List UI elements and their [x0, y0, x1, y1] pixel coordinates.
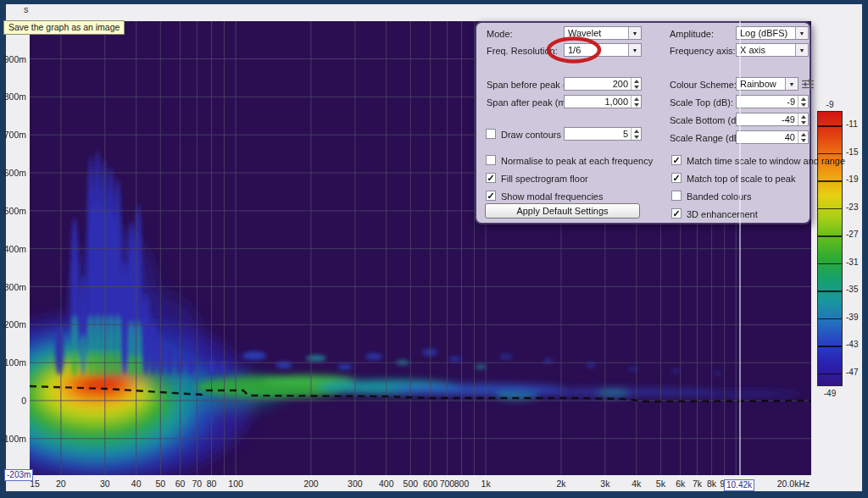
spinner-arrows[interactable]	[631, 96, 641, 108]
y-tick-label: 0	[0, 396, 26, 406]
legend-tick-line	[818, 153, 842, 155]
checkbox[interactable]: ✓	[486, 173, 496, 183]
y-tick-label: 600m	[0, 168, 26, 178]
chevron-down-icon[interactable]: ▼	[795, 27, 808, 39]
checkbox-label: Banded colours	[687, 191, 751, 202]
amplitude-dropdown[interactable]: Log (dBFS)▼	[736, 26, 809, 40]
x-tick-label: 60	[175, 479, 186, 489]
spinner-arrows[interactable]	[631, 128, 641, 140]
x-tick-label: 7k	[693, 479, 702, 489]
freq-resolution-label: Freq. Resolution:	[487, 46, 558, 56]
draw-contours-field[interactable]: 5	[564, 127, 642, 141]
y-tick-label: 100m	[0, 357, 26, 368]
freq-resolution-dropdown[interactable]: 1/6▼	[564, 43, 642, 57]
x-tick-label: 600	[423, 479, 438, 489]
y-tick-label: 500m	[0, 206, 26, 216]
frequency-axis-dropdown[interactable]: X axis▼	[736, 43, 809, 57]
colour-scheme-dropdown[interactable]: Rainbow▼	[736, 77, 798, 91]
scale-bottom-field[interactable]: -49	[736, 113, 809, 126]
x-tick-label: 5k	[656, 479, 665, 489]
time-cursor-readout: -203m	[4, 469, 33, 481]
x-tick-label: 2k	[556, 479, 565, 489]
checkbox-label: 3D enhancement	[687, 209, 758, 219]
legend-tick-label: -11	[846, 119, 858, 129]
x-tick-label: 700	[440, 479, 455, 489]
checkbox[interactable]: ✓	[486, 191, 496, 201]
checkbox[interactable]: ✓	[671, 155, 682, 165]
checkbox-label: Normalise to peak at each frequency	[501, 156, 653, 166]
scale-range-label: Scale Range (dB):	[670, 133, 746, 143]
y-tick-label: 200m	[0, 319, 26, 329]
chevron-down-icon[interactable]: ▼	[628, 44, 641, 56]
checkbox-label: Fill spectrogram floor	[501, 174, 588, 184]
draw-contours-checkbox[interactable]	[486, 129, 496, 139]
legend-tick-line	[818, 346, 842, 347]
legend-tick-label: -19	[846, 174, 858, 184]
checkbox-label: Show modal frequencies	[501, 191, 603, 202]
span-after-field[interactable]: 1,000	[564, 95, 642, 108]
y-axis-unit-label: s	[24, 4, 29, 14]
checkbox-label: Match top of scale to peak	[687, 174, 795, 184]
colour-scheme-label: Colour Scheme:	[670, 80, 737, 90]
legend-tick-label: -35	[846, 285, 858, 294]
chevron-down-icon[interactable]: ▼	[795, 44, 808, 56]
tooltip: Save the graph as an image	[3, 20, 125, 35]
spinner-arrows[interactable]	[631, 78, 641, 90]
x-tick-label: 400	[379, 479, 394, 489]
y-tick-label: 700m	[0, 130, 26, 140]
legend-tick-label: -23	[846, 202, 858, 212]
x-tick-label: 80	[207, 479, 217, 489]
y-tick-label: -100m	[0, 434, 26, 444]
y-tick-label: 800m	[0, 91, 26, 102]
draw-contours-label: Draw contours	[501, 130, 561, 140]
x-tick-label: 50	[155, 479, 165, 489]
spinner-arrows[interactable]	[798, 113, 808, 125]
legend-gradient-bar	[817, 111, 843, 386]
x-tick-label: 100	[228, 479, 243, 489]
checkbox[interactable]: ✓	[671, 208, 682, 219]
span-before-field[interactable]: 200	[564, 77, 642, 91]
frequency-cursor-line[interactable]	[739, 21, 741, 475]
colour-scheme-settings-icon[interactable]	[802, 79, 814, 90]
x-tick-label: 300	[348, 479, 363, 489]
x-tick-label: 1k	[481, 479, 491, 489]
spectrogram-settings-panel: Mode: Wavelet▼ Freq. Resolution: 1/6▼ Am…	[475, 21, 811, 224]
x-tick-label: 3k	[600, 479, 609, 489]
checkbox[interactable]	[486, 155, 496, 165]
scale-top-field[interactable]: -9	[736, 95, 809, 108]
legend-tick-label: -31	[846, 257, 858, 267]
legend-tick-line	[818, 263, 842, 265]
frequency-axis-label: Frequency axis:	[670, 46, 736, 56]
checkbox[interactable]	[671, 191, 682, 201]
legend-tick-line	[818, 180, 842, 182]
frequency-cursor-readout: 10.42k	[724, 479, 754, 491]
chevron-down-icon[interactable]: ▼	[628, 27, 641, 39]
spinner-arrows[interactable]	[798, 131, 808, 143]
legend-top-label: -9	[817, 100, 843, 109]
apply-default-settings-button[interactable]: Apply Default Settings	[485, 203, 640, 219]
x-tick-label: 800	[454, 479, 470, 489]
legend-tick-label: -39	[846, 313, 858, 322]
checkbox[interactable]: ✓	[671, 173, 682, 183]
x-tick-label: 70	[192, 479, 203, 489]
legend-tick-line	[818, 125, 842, 127]
scale-range-field[interactable]: 40	[736, 130, 809, 144]
x-tick-label: 4k	[632, 479, 641, 489]
legend-tick-line	[818, 374, 842, 375]
y-tick-label: 400m	[0, 244, 26, 254]
legend-tick-line	[818, 208, 842, 210]
mode-label: Mode:	[487, 29, 513, 39]
legend-tick-label: -27	[846, 230, 858, 239]
legend-tick-label: -47	[846, 368, 858, 377]
span-after-label: Span after peak (ms):	[487, 97, 576, 108]
x-tick-label: 8k	[707, 479, 716, 489]
scale-top-label: Scale Top (dB):	[670, 97, 733, 108]
color-scale-legend: -9 -49 -11-15-19-23-27-31-35-39-43-47	[812, 100, 866, 409]
y-tick-label: 900m	[0, 54, 26, 64]
x-tick-label: 30	[100, 479, 110, 489]
legend-tick-label: -15	[846, 147, 858, 157]
chevron-down-icon[interactable]: ▼	[785, 78, 798, 90]
x-tick-label: 20	[56, 479, 66, 489]
spinner-arrows[interactable]	[798, 96, 808, 108]
mode-dropdown[interactable]: Wavelet▼	[564, 26, 642, 40]
